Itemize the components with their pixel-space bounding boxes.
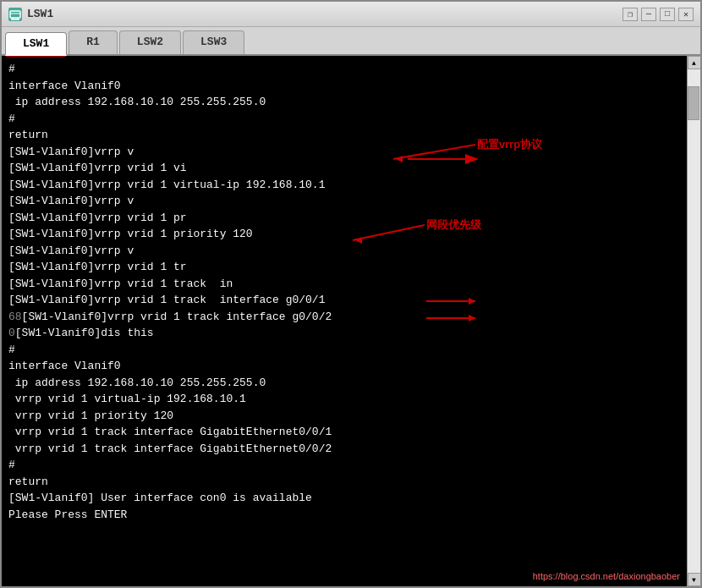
content-area: #interface Vlanif0 ip address 192.168.10… [2,56,700,586]
scroll-up-arrow[interactable]: ▲ [688,56,701,69]
window-controls: ❐ — □ ✕ [622,8,694,21]
terminal-line: return [8,127,680,144]
terminal-line: vrrp vrid 1 track interface GigabitEther… [8,424,680,441]
terminal-line: [SW1-Vlanif0]vrrp vrid 1 virtual-ip 192.… [8,177,680,194]
terminal-line: [SW1-Vlanif0]vrrp vrid 1 vi [8,160,680,177]
app-icon [8,8,22,21]
scroll-track[interactable] [688,69,700,573]
minimize-button[interactable]: — [641,8,656,21]
restore-button[interactable]: ❐ [622,8,638,21]
terminal-line: interface Vlanif0 [8,358,680,375]
terminal-line: ip address 192.168.10.10 255.255.255.0 [8,94,680,111]
title-bar: LSW1 ❐ — □ ✕ [2,2,700,27]
terminal-line: vrrp vrid 1 track interface GigabitEther… [8,441,680,458]
terminal-line: # [8,457,680,474]
title-bar-left: LSW1 [8,8,53,21]
terminal-line: [SW1-Vlanif0]vrrp v [8,144,680,161]
terminal-line: # [8,61,680,78]
tab-lsw2[interactable]: LSW2 [119,30,181,54]
main-window: LSW1 ❐ — □ ✕ LSW1 R1 LSW2 LSW3 [0,0,702,588]
terminal-line: 0[SW1-Vlanif0]dis this [8,325,680,342]
terminal-line: [SW1-Vlanif0]vrrp vrid 1 track in [8,276,680,293]
terminal-line: [SW1-Vlanif0]vrrp vrid 1 track interface… [8,292,680,309]
terminal-line: [SW1-Vlanif0]vrrp vrid 1 priority 120 [8,226,680,243]
svg-rect-0 [10,11,20,18]
tab-r1[interactable]: R1 [69,30,118,54]
terminal[interactable]: #interface Vlanif0 ip address 192.168.10… [2,56,687,586]
tab-lsw1[interactable]: LSW1 [5,32,67,56]
terminal-line: Please Press ENTER [8,507,680,524]
terminal-line: # [8,111,680,128]
terminal-line: # [8,342,680,359]
tab-lsw3[interactable]: LSW3 [183,30,244,54]
terminal-line: [SW1-Vlanif0]vrrp v [8,193,680,210]
scrollbar[interactable]: ▲ ▼ [687,56,700,586]
terminal-line: [SW1-Vlanif0] User interface con0 is ava… [8,490,680,507]
terminal-line: vrrp vrid 1 priority 120 [8,408,680,425]
terminal-line: [SW1-Vlanif0]vrrp v [8,243,680,260]
scroll-thumb[interactable] [688,86,699,120]
terminal-line: return [8,474,680,491]
terminal-line: 68[SW1-Vlanif0]vrrp vrid 1 track interfa… [8,309,680,326]
scroll-down-arrow[interactable]: ▼ [688,573,701,586]
close-button[interactable]: ✕ [678,8,694,21]
watermark: https://blog.csdn.net/daxiongbaober [533,569,680,584]
terminal-wrapper: #interface Vlanif0 ip address 192.168.10… [2,56,700,586]
tab-bar: LSW1 R1 LSW2 LSW3 [2,27,700,56]
maximize-button[interactable]: □ [660,8,675,21]
terminal-line: vrrp vrid 1 virtual-ip 192.168.10.1 [8,391,680,408]
terminal-line: interface Vlanif0 [8,78,680,95]
window-title: LSW1 [27,8,53,20]
terminal-line: [SW1-Vlanif0]vrrp vrid 1 tr [8,259,680,276]
terminal-line: ip address 192.168.10.10 255.255.255.0 [8,375,680,392]
terminal-line: [SW1-Vlanif0]vrrp vrid 1 pr [8,210,680,227]
